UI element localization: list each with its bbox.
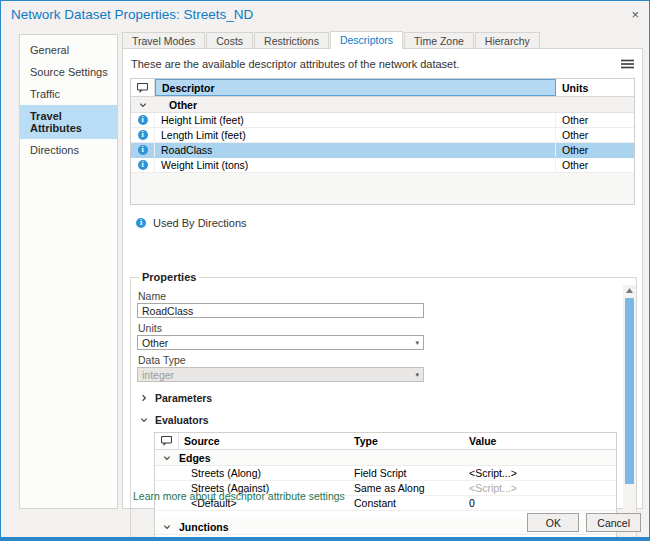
- info-icon: i: [136, 218, 146, 228]
- evaluator-value: 0: [464, 496, 616, 510]
- chevron-down-icon: ▾: [415, 371, 419, 379]
- scrollbar-thumb[interactable]: [625, 298, 634, 484]
- evaluators-table-header: Source Type Value: [155, 433, 616, 450]
- used-by-directions-label: Used By Directions: [153, 217, 247, 229]
- tab-costs[interactable]: Costs: [206, 32, 253, 49]
- descriptor-name: RoadClass: [155, 143, 556, 157]
- sidebar-item-general[interactable]: General: [20, 39, 117, 61]
- callout-flag-icon: [131, 79, 155, 96]
- descriptors-panel: These are the available descriptor attri…: [122, 48, 643, 509]
- name-label: Name: [138, 290, 621, 302]
- chevron-down-icon[interactable]: [155, 523, 179, 531]
- sidebar-item-traffic[interactable]: Traffic: [20, 83, 117, 105]
- descriptor-units: Other: [556, 143, 634, 157]
- descriptor-table-header: Descriptor Units: [131, 79, 634, 97]
- column-header-type[interactable]: Type: [349, 433, 464, 449]
- evaluator-source: Streets (Along): [179, 466, 349, 480]
- column-header-value[interactable]: Value: [464, 433, 616, 449]
- evaluators-group-edges[interactable]: Edges: [155, 450, 616, 466]
- descriptor-group-other[interactable]: Other: [131, 97, 634, 113]
- ok-button[interactable]: OK: [527, 513, 579, 532]
- tab-time-zone[interactable]: Time Zone: [404, 32, 474, 49]
- vertical-scrollbar[interactable]: [623, 285, 636, 541]
- descriptor-row-weight-limit[interactable]: i Weight Limit (tons) Other: [131, 158, 634, 173]
- descriptor-row-height-limit[interactable]: i Height Limit (feet) Other: [131, 113, 634, 128]
- evaluators-expander[interactable]: Evaluators: [140, 414, 621, 426]
- descriptor-row-roadclass[interactable]: i RoadClass Other: [131, 143, 634, 158]
- cancel-button[interactable]: Cancel: [586, 513, 641, 532]
- evaluators-label: Evaluators: [155, 414, 209, 426]
- info-icon: i: [138, 160, 148, 170]
- network-dataset-properties-dialog: Network Dataset Properties: Streets_ND ×…: [0, 0, 650, 541]
- dialog-title: Network Dataset Properties: Streets_ND: [1, 7, 253, 22]
- evaluator-type: Constant: [349, 496, 464, 510]
- descriptor-units: Other: [556, 113, 634, 127]
- info-icon: i: [138, 145, 148, 155]
- data-type-value: integer: [142, 369, 174, 381]
- evaluator-value: 0: [464, 535, 616, 541]
- group-label: Edges: [179, 452, 211, 464]
- tab-bar: Travel Modes Costs Restrictions Descript…: [122, 32, 541, 49]
- units-value: Other: [142, 337, 168, 349]
- descriptor-row-length-limit[interactable]: i Length Limit (feet) Other: [131, 128, 634, 143]
- evaluator-row-streets-nd-junctions[interactable]: Streets_ND_Junctions Same as Default 0: [155, 535, 616, 541]
- chevron-down-icon[interactable]: [155, 454, 179, 462]
- sidebar-item-travel-attributes[interactable]: Travel Attributes: [20, 105, 117, 139]
- units-select[interactable]: Other ▾: [137, 335, 424, 350]
- group-label: Junctions: [179, 521, 229, 533]
- descriptor-name: Length Limit (feet): [155, 128, 556, 142]
- footer-buttons: OK Cancel: [527, 513, 641, 532]
- sidebar-item-directions[interactable]: Directions: [20, 139, 117, 161]
- tab-restrictions[interactable]: Restrictions: [254, 32, 329, 49]
- evaluator-type: Field Script: [349, 466, 464, 480]
- tab-descriptors[interactable]: Descriptors: [330, 31, 403, 49]
- column-header-units[interactable]: Units: [556, 79, 634, 96]
- evaluator-row-streets-along[interactable]: Streets (Along) Field Script <Script...>: [155, 466, 616, 481]
- group-label: Other: [169, 99, 197, 111]
- data-type-label: Data Type: [138, 354, 621, 366]
- evaluator-value: <Script...>: [464, 466, 616, 480]
- evaluator-source: Streets_ND_Junctions: [179, 535, 349, 541]
- scrollbar-track[interactable]: [625, 296, 634, 534]
- data-type-select: integer ▾: [137, 367, 424, 382]
- parameters-expander[interactable]: Parameters: [140, 392, 621, 404]
- parameters-label: Parameters: [155, 392, 212, 404]
- scroll-up-icon[interactable]: [626, 285, 633, 296]
- properties-content: Name RoadClass Units Other ▾ Data Type i…: [137, 285, 621, 541]
- sidebar-item-source-settings[interactable]: Source Settings: [20, 61, 117, 83]
- used-by-directions-row: i Used By Directions: [123, 205, 642, 229]
- titlebar: Network Dataset Properties: Streets_ND ×: [1, 1, 649, 28]
- evaluator-value: <Script...>: [464, 481, 616, 495]
- evaluator-type: Same as Default: [349, 535, 464, 541]
- descriptor-table-empty-area: [131, 173, 634, 204]
- callout-flag-icon: [155, 433, 179, 449]
- column-header-source[interactable]: Source: [179, 433, 349, 449]
- chevron-down-icon[interactable]: [131, 101, 155, 109]
- close-icon[interactable]: ×: [631, 8, 639, 21]
- name-input[interactable]: RoadClass: [137, 303, 424, 318]
- units-label: Units: [138, 322, 621, 334]
- evaluator-type: Same as Along: [349, 481, 464, 495]
- scroll-down-icon[interactable]: [626, 534, 633, 541]
- properties-legend: Properties: [139, 271, 199, 283]
- learn-more-link[interactable]: Learn more about descriptor attribute se…: [133, 490, 345, 502]
- descriptor-name: Height Limit (feet): [155, 113, 556, 127]
- info-icon: i: [138, 115, 148, 125]
- sidebar: General Source Settings Traffic Travel A…: [19, 34, 118, 509]
- descriptor-name: Weight Limit (tons): [155, 158, 556, 172]
- menu-icon[interactable]: [621, 55, 634, 73]
- chevron-down-icon: ▾: [415, 339, 419, 347]
- descriptors-description: These are the available descriptor attri…: [131, 58, 459, 70]
- info-icon: i: [138, 130, 148, 140]
- tab-hierarchy[interactable]: Hierarchy: [475, 32, 540, 49]
- descriptor-table: Descriptor Units Other i Height Limit (f…: [130, 78, 635, 205]
- descriptor-units: Other: [556, 128, 634, 142]
- descriptor-units: Other: [556, 158, 634, 172]
- column-header-descriptor[interactable]: Descriptor: [155, 79, 556, 96]
- tab-travel-modes[interactable]: Travel Modes: [122, 32, 205, 49]
